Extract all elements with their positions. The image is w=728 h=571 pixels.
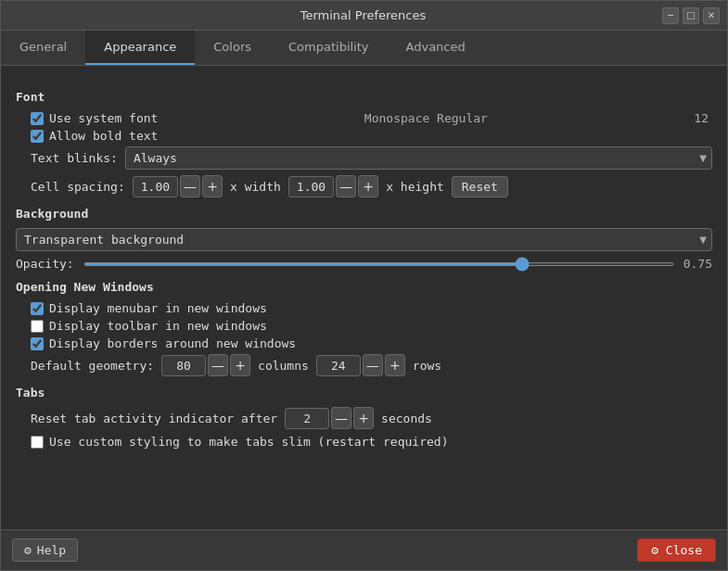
tab-compatibility[interactable]: Compatibility [270,31,388,65]
rows-increment[interactable]: + [385,354,405,376]
cell-height-value: 1.00 [288,176,334,197]
columns-decrement[interactable]: — [208,354,228,376]
rows-decrement[interactable]: — [363,354,383,376]
custom-styling-checkbox[interactable] [31,436,44,449]
tabs-section: Tabs Reset tab activity indicator after … [16,386,712,449]
display-borders-checkbox[interactable] [31,337,44,350]
text-blinks-select[interactable]: Always [125,146,712,170]
tab-appearance[interactable]: Appearance [85,31,195,65]
font-section: Font Use system font Monospace Regular 1… [16,90,712,197]
rows-spinbox: 24 — + [316,354,405,376]
cell-width-decrement[interactable]: — [180,175,200,197]
allow-bold-label: Allow bold text [49,129,158,143]
cell-width-value: 1.00 [133,176,178,197]
cell-width-increment[interactable]: + [202,175,223,197]
x-width-label: x width [230,180,281,194]
display-borders-row: Display borders around new windows [16,336,712,350]
custom-styling-row: Use custom styling to make tabs slim (re… [16,435,712,449]
reset-indicator-increment[interactable]: + [353,407,374,429]
display-menubar-checkbox[interactable] [31,302,44,315]
display-toolbar-row: Display toolbar in new windows [16,319,712,333]
default-geometry-row: Default geometry: 80 — + columns 24 — + … [16,354,712,376]
reset-indicator-row: Reset tab activity indicator after 2 — +… [16,407,712,429]
reset-indicator-label: Reset tab activity indicator after [31,412,277,425]
text-blinks-dropdown-wrapper: Always ▼ [125,146,712,170]
cell-height-increment[interactable]: + [358,175,378,197]
display-toolbar-checkbox[interactable] [31,320,44,333]
rows-value: 24 [316,355,361,376]
opacity-slider[interactable] [83,262,674,266]
opening-new-windows-title: Opening New Windows [16,280,712,294]
background-section: Background Transparent background ▼ Opac… [16,207,712,271]
allow-bold-row: Allow bold text [16,129,712,143]
cell-spacing-label: Cell spacing: [31,180,125,194]
text-blinks-label: Text blinks: [31,151,118,165]
dialog-close-button[interactable]: ⚙ Close [637,539,716,562]
window-controls: ─ □ ✕ [662,7,720,24]
columns-increment[interactable]: + [230,354,250,376]
minimize-button[interactable]: ─ [662,7,679,24]
tabs-bar: General Appearance Colors Compatibility … [1,31,727,66]
opacity-label: Opacity: [16,257,74,271]
close-icon: ⚙ [651,543,658,557]
background-title: Background [16,207,712,221]
close-label: Close [666,543,702,557]
help-icon: ⚙ [24,543,32,557]
tab-general[interactable]: General [1,31,85,65]
allow-bold-checkbox[interactable] [31,130,44,143]
cell-spacing-reset-button[interactable]: Reset [452,176,508,197]
columns-label: columns [258,359,309,373]
cell-height-decrement[interactable]: — [336,175,356,197]
maximize-button[interactable]: □ [683,7,699,24]
font-size-display: 12 [694,111,712,125]
default-geometry-label: Default geometry: [31,359,154,373]
content-area: Font Use system font Monospace Regular 1… [1,66,727,529]
display-toolbar-label: Display toolbar in new windows [49,319,267,333]
cell-height-spinbox: 1.00 — + [288,175,378,197]
titlebar: Terminal Preferences ─ □ ✕ [1,1,727,31]
x-height-label: x height [386,180,444,194]
columns-spinbox: 80 — + [161,354,250,376]
background-dropdown-wrapper: Transparent background ▼ [16,228,712,251]
tab-colors[interactable]: Colors [195,31,270,65]
font-name-display: Monospace Regular [163,111,688,125]
rows-label: rows [413,359,441,373]
text-blinks-row: Text blinks: Always ▼ [16,146,712,170]
background-dropdown-row: Transparent background ▼ [16,228,712,251]
columns-value: 80 [161,355,206,376]
opacity-value: 0.75 [683,257,712,271]
close-button[interactable]: ✕ [703,7,720,24]
reset-indicator-spinbox: 2 — + [285,407,374,429]
cell-spacing-row: Cell spacing: 1.00 — + x width 1.00 — + … [16,175,712,197]
display-borders-label: Display borders around new windows [49,336,296,350]
custom-styling-label: Use custom styling to make tabs slim (re… [49,435,448,449]
reset-indicator-value: 2 [285,408,329,429]
font-title: Font [16,90,712,104]
tabs-section-title: Tabs [16,386,712,400]
reset-indicator-decrement[interactable]: — [331,407,351,429]
window-title: Terminal Preferences [64,8,662,22]
opening-new-windows-section: Opening New Windows Display menubar in n… [16,280,712,376]
footer: ⚙ Help ⚙ Close [1,529,727,570]
display-menubar-row: Display menubar in new windows [16,301,712,315]
cell-width-spinbox: 1.00 — + [133,175,223,197]
background-select[interactable]: Transparent background [16,228,712,251]
use-system-font-checkbox[interactable] [31,112,44,125]
help-label: Help [37,543,66,557]
use-system-font-label: Use system font [49,111,158,125]
display-menubar-label: Display menubar in new windows [49,301,267,315]
help-button[interactable]: ⚙ Help [12,539,78,562]
main-window: Terminal Preferences ─ □ ✕ General Appea… [0,0,728,571]
opacity-row: Opacity: 0.75 [16,257,712,271]
use-system-font-row: Use system font Monospace Regular 12 [16,111,712,125]
seconds-label: seconds [381,412,432,425]
tab-advanced[interactable]: Advanced [388,31,484,65]
